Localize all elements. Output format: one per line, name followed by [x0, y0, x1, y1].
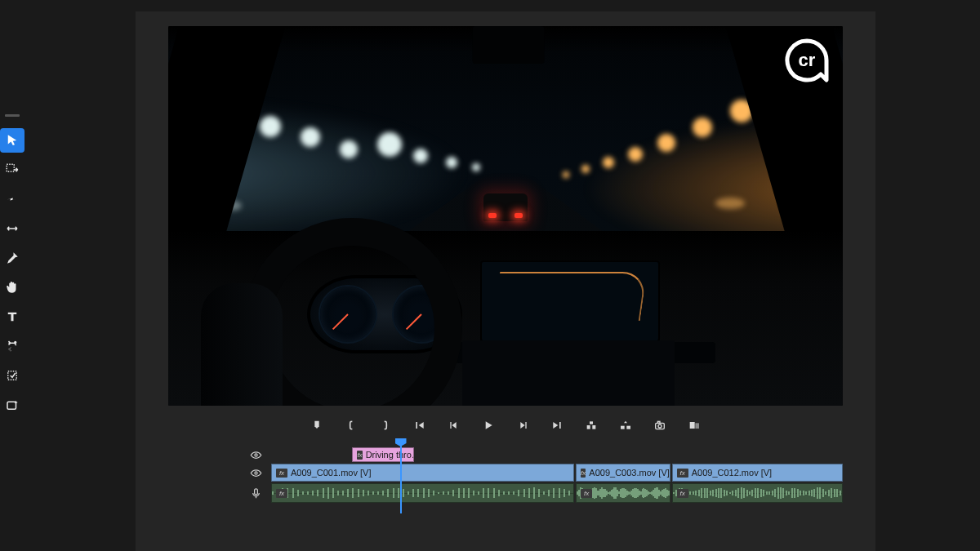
- export-frame-button[interactable]: [652, 417, 668, 433]
- generate-tool[interactable]: [0, 393, 24, 417]
- waveform: [272, 484, 573, 502]
- hand-tool[interactable]: [0, 275, 24, 300]
- app-root: cr: [0, 0, 980, 551]
- svg-rect-5: [416, 422, 417, 429]
- clip-a1-1[interactable]: fx: [576, 483, 670, 503]
- fx-badge-icon: fx: [276, 469, 287, 478]
- svg-point-19: [254, 453, 256, 455]
- svg-rect-8: [559, 422, 561, 429]
- play-button[interactable]: [480, 417, 497, 433]
- waveform: [673, 484, 842, 502]
- svg-point-15: [658, 424, 662, 428]
- ripple-edit-tool[interactable]: [0, 187, 24, 211]
- clip-v1-0[interactable]: fx A009_C001.mov [V]: [271, 464, 574, 482]
- svg-rect-3: [7, 402, 16, 409]
- rate-stretch-tool[interactable]: [0, 216, 24, 241]
- svg-rect-18: [695, 423, 699, 429]
- car-dashboard: [168, 231, 843, 406]
- fx-badge-icon: fx: [276, 489, 287, 498]
- fx-badge-icon: fx: [677, 489, 688, 498]
- comparison-view-button[interactable]: [686, 417, 702, 433]
- remix-tool[interactable]: [0, 334, 24, 358]
- svg-rect-2: [8, 371, 17, 380]
- lift-button[interactable]: [583, 417, 599, 433]
- front-vehicle: [483, 193, 528, 221]
- eye-icon[interactable]: [248, 465, 263, 480]
- fx-badge-icon: fx: [677, 469, 688, 478]
- selection-tool[interactable]: [0, 128, 24, 153]
- tool-sidebar: [0, 0, 24, 551]
- right-panel-strip: [875, 0, 980, 551]
- eye-icon[interactable]: [248, 447, 263, 462]
- svg-rect-17: [690, 422, 695, 429]
- clip-v1-1[interactable]: fx A009_C003.mov [V]: [576, 464, 670, 482]
- svg-rect-0: [7, 164, 14, 171]
- type-tool[interactable]: [0, 304, 24, 329]
- panel-grip[interactable]: [5, 114, 20, 117]
- svg-point-20: [254, 471, 256, 473]
- go-to-out-button[interactable]: [549, 417, 565, 433]
- edit-tool[interactable]: [0, 363, 24, 388]
- add-marker-button[interactable]: [309, 417, 325, 433]
- clip-label: A009_C001.mov [V]: [291, 468, 371, 478]
- transport-controls: [168, 406, 843, 440]
- svg-rect-16: [657, 421, 660, 423]
- mic-icon[interactable]: [248, 486, 263, 500]
- pen-tool[interactable]: [0, 246, 24, 270]
- fx-badge-icon: fx: [581, 469, 586, 478]
- svg-rect-7: [525, 422, 526, 429]
- watermark-badge: cr: [784, 38, 830, 83]
- infotainment-screen: [480, 260, 660, 342]
- extract-button[interactable]: [617, 417, 634, 433]
- rearview-mirror: [473, 26, 545, 64]
- clip-v1-2[interactable]: fx A009_C012.mov [V]: [672, 464, 843, 482]
- go-to-in-button[interactable]: [412, 417, 428, 433]
- top-bar: [136, 0, 875, 11]
- clip-label: Driving thro… [V]: [366, 450, 414, 460]
- svg-text:cr: cr: [799, 50, 816, 70]
- driver-hand: [201, 283, 283, 406]
- center-column: cr: [136, 0, 875, 551]
- clip-a1-2[interactable]: fx: [672, 483, 843, 503]
- svg-rect-6: [450, 422, 451, 429]
- timeline-panel: fx Driving thro… [V]: [136, 447, 875, 551]
- clip-label: A009_C003.mov [V]: [589, 468, 669, 478]
- svg-rect-21: [254, 488, 257, 494]
- program-monitor: cr: [136, 11, 875, 447]
- svg-rect-13: [626, 426, 630, 429]
- preview-viewport[interactable]: cr: [168, 26, 843, 406]
- step-forward-button[interactable]: [514, 417, 531, 433]
- svg-point-1: [15, 342, 16, 344]
- content-wrap: cr: [24, 0, 980, 551]
- fx-badge-icon: fx: [357, 451, 362, 460]
- track-v1[interactable]: fx A009_C001.mov [V] fx A009_C003.mov [V…: [271, 463, 843, 482]
- track-a1[interactable]: fx fx fx: [271, 482, 843, 504]
- svg-rect-11: [590, 421, 593, 424]
- left-panel-strip: [24, 0, 136, 551]
- svg-rect-10: [592, 425, 595, 429]
- clip-a1-0[interactable]: fx: [271, 483, 574, 503]
- clip-v2-0[interactable]: fx Driving thro… [V]: [352, 447, 414, 462]
- svg-rect-12: [621, 426, 625, 429]
- step-back-button[interactable]: [446, 417, 462, 433]
- playhead[interactable]: [400, 445, 402, 513]
- mark-in-button[interactable]: [343, 417, 359, 433]
- fx-badge-icon: fx: [581, 489, 592, 498]
- mark-out-button[interactable]: [377, 417, 394, 433]
- track-v2[interactable]: fx Driving thro… [V]: [271, 447, 843, 463]
- track-select-forward-tool[interactable]: [0, 158, 24, 182]
- svg-rect-9: [587, 425, 590, 429]
- clip-label: A009_C012.mov [V]: [692, 468, 772, 478]
